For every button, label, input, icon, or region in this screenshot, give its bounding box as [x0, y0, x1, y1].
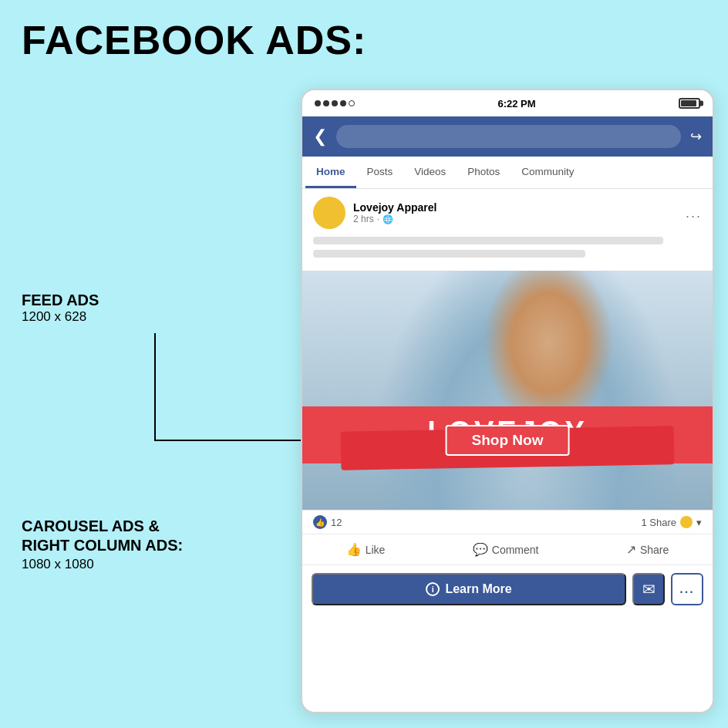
signal-dot-1: [315, 100, 321, 106]
like-button[interactable]: 👍 Like: [339, 538, 393, 561]
bracket-line: [154, 333, 308, 441]
feed-ads-label: FEED ADS 1200 x 628: [22, 292, 99, 325]
like-label: Like: [366, 544, 386, 556]
learn-more-row: i Learn More ✉ ...: [302, 565, 713, 613]
tab-videos[interactable]: Videos: [403, 157, 457, 188]
search-bar[interactable]: [336, 125, 681, 148]
carousel-ads-size: 1080 x 1080: [22, 557, 183, 572]
post-text: [302, 237, 713, 271]
messenger-icon: ✉: [642, 580, 656, 598]
carousel-ads-label: CAROUSEL ADS & RIGHT COLUMN ADS: 1080 x …: [22, 517, 183, 572]
feed-ads-title: FEED ADS: [22, 292, 99, 309]
globe-icon: 🌐: [383, 214, 393, 224]
like-icon: 👍: [346, 542, 362, 557]
comment-icon: 💬: [473, 542, 488, 557]
learn-more-button[interactable]: i Learn More: [312, 573, 626, 605]
post-meta: Lovejoy Apparel 2 hrs · 🌐: [353, 201, 686, 224]
woman-photo: [302, 271, 713, 510]
shop-now-button[interactable]: Shop Now: [446, 425, 570, 456]
share-button[interactable]: ↗ Share: [618, 538, 676, 561]
engagement-bar: 👍 12 1 Share ▾: [302, 510, 713, 534]
text-line-2: [313, 250, 585, 258]
text-line-1: [313, 237, 663, 244]
post-time: 2 hrs · 🌐: [353, 214, 686, 224]
tabs-row: Home Posts Videos Photos Community: [302, 157, 713, 189]
info-icon: i: [426, 582, 440, 596]
share-action-icon: ↗: [626, 542, 636, 557]
shares-section: 1 Share ▾: [641, 516, 702, 528]
signal-dots: [315, 100, 355, 106]
page-title: FACEBOOK ADS:: [22, 17, 366, 63]
more-dots-icon: ...: [679, 582, 694, 596]
tab-community[interactable]: Community: [511, 157, 585, 188]
page-name: Lovejoy Apparel: [353, 201, 686, 214]
back-button[interactable]: ❮: [313, 126, 327, 147]
tab-home[interactable]: Home: [305, 157, 356, 188]
tab-photos[interactable]: Photos: [457, 157, 511, 188]
messenger-button[interactable]: ✉: [632, 573, 665, 605]
ad-image: LOVEJOY ETHICAL & SUSTAINABLE DESIGN Sho…: [302, 271, 713, 510]
action-buttons-row: 👍 Like 💬 Comment ↗ Share: [302, 534, 713, 565]
avatar: [313, 197, 345, 229]
feed-ads-size: 1200 x 628: [22, 309, 99, 325]
status-bar: 6:22 PM: [302, 90, 713, 116]
user-avatar-dot: [680, 516, 693, 528]
nav-bar: ❮ ↪: [302, 116, 713, 157]
tab-posts[interactable]: Posts: [356, 157, 404, 188]
comment-button[interactable]: 💬 Comment: [465, 538, 547, 561]
signal-dot-4: [340, 100, 346, 106]
signal-dot-3: [332, 100, 338, 106]
share-icon[interactable]: ↪: [690, 128, 702, 145]
more-options-icon[interactable]: ...: [686, 205, 702, 221]
signal-dot-5: [349, 100, 355, 106]
comment-label: Comment: [492, 544, 539, 556]
likes-section: 👍 12: [313, 515, 342, 529]
battery-fill: [681, 100, 696, 106]
battery-icon: [679, 98, 700, 109]
carousel-ads-title2: RIGHT COLUMN ADS:: [22, 536, 183, 555]
shares-label: 1 Share: [641, 517, 676, 528]
status-time: 6:22 PM: [497, 98, 535, 110]
phone-mockup: 6:22 PM ❮ ↪ Home Posts Videos Photos Com…: [301, 89, 714, 713]
learn-more-label: Learn More: [445, 582, 511, 596]
likes-count: 12: [331, 517, 342, 528]
post-header: Lovejoy Apparel 2 hrs · 🌐 ...: [302, 189, 713, 237]
signal-dot-2: [323, 100, 329, 106]
more-button[interactable]: ...: [671, 573, 703, 605]
share-label: Share: [640, 544, 669, 556]
carousel-ads-title: CAROUSEL ADS &: [22, 517, 183, 536]
like-thumb-icon: 👍: [313, 515, 327, 529]
